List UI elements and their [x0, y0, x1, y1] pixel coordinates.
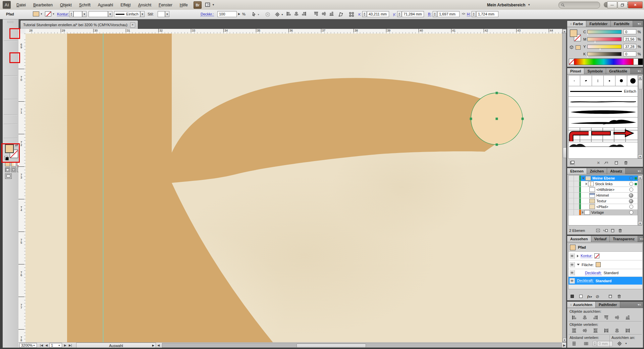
select-similar-button[interactable]: ▼: [250, 11, 262, 18]
next-page-button[interactable]: ▶: [64, 344, 66, 347]
tab-farbhilfe[interactable]: Farbhilfe: [611, 21, 633, 27]
artboard-tool[interactable]: [6, 125, 12, 131]
spectrum-black-swatch[interactable]: [638, 58, 643, 65]
hscroll-right-arrow[interactable]: ▶: [563, 344, 566, 347]
layer-row[interactable]: Stock links: [569, 181, 638, 187]
align-top-button[interactable]: [313, 11, 319, 16]
canvas-vscrollbar[interactable]: ▲ ▼: [562, 29, 566, 342]
align-right-button[interactable]: [301, 11, 307, 16]
delete-brush-icon[interactable]: [622, 160, 630, 166]
opacity-input[interactable]: 100: [217, 11, 237, 17]
appearance-row-kontur[interactable]: Kontur:: [569, 252, 642, 260]
layer-row[interactable]: Textur: [569, 198, 638, 204]
horizontal-space-button[interactable]: [581, 340, 591, 347]
layer-row[interactable]: <Hilfslinie>: [569, 187, 638, 193]
layer-lock-empty[interactable]: [574, 181, 579, 187]
target-sphere-icon[interactable]: [629, 199, 633, 203]
tab-pinsel[interactable]: Pinsel: [567, 68, 584, 74]
eye-icon[interactable]: [570, 270, 575, 276]
align-bottom-edges-button[interactable]: [622, 314, 633, 321]
last-page-button[interactable]: ▶|: [69, 344, 72, 347]
tab-farbe[interactable]: ↕Farbe: [567, 21, 586, 27]
draw-behind-button[interactable]: [11, 167, 16, 172]
channel-slider[interactable]: [587, 45, 622, 49]
distribute-hcenter-button[interactable]: [611, 327, 622, 334]
first-page-button[interactable]: |◀: [40, 344, 43, 347]
slider-handle[interactable]: [586, 55, 589, 57]
layer-name[interactable]: Stock links: [595, 182, 613, 186]
spectrum-ramp[interactable]: [574, 58, 634, 65]
distribute-right-button[interactable]: [622, 327, 633, 334]
brush-calligraphic-5[interactable]: [615, 76, 627, 86]
blob-brush-tool[interactable]: [6, 69, 12, 74]
ruler-vertical[interactable]: 69707172737475767778: [18, 34, 26, 342]
workspace-switcher[interactable]: Mein Arbeitsbereich ▼: [487, 0, 530, 10]
flaeche-swatch[interactable]: [596, 262, 601, 267]
delete-layer-icon[interactable]: [616, 228, 624, 234]
align-right-edges-button[interactable]: [590, 314, 601, 321]
channel-value-input[interactable]: 0: [624, 51, 636, 56]
symbol-sprayer-tool[interactable]: [6, 116, 12, 121]
layer-lock-icon[interactable]: [574, 187, 579, 192]
brush-decorative-partial[interactable]: [569, 142, 638, 156]
prev-page-button[interactable]: ◀: [45, 344, 48, 347]
menu-objekt[interactable]: Objekt: [56, 0, 75, 10]
page-number-select[interactable]: 1▼: [49, 343, 62, 348]
align-left-button[interactable]: [286, 11, 291, 16]
new-fill-icon[interactable]: [579, 294, 583, 299]
brush-feather[interactable]: [569, 117, 638, 128]
web-color-swatch[interactable]: [576, 45, 581, 50]
aussehen-panel-menu-icon[interactable]: ▾≡: [638, 236, 644, 242]
width-profile-dropdown[interactable]: ▼: [89, 11, 112, 17]
ebenen-panel-menu-icon[interactable]: ▾≡: [636, 168, 643, 174]
farbe-fill-stroke-proxy[interactable]: [570, 30, 582, 42]
rotate-tool[interactable]: [6, 77, 12, 83]
farbe-panel-menu-icon[interactable]: ▾≡: [636, 21, 643, 27]
canvas-hscrollbar-thumb[interactable]: [297, 344, 366, 348]
b-label[interactable]: B:: [428, 12, 431, 16]
layer-visibility-icon[interactable]: [569, 198, 574, 204]
align-h-centers-button[interactable]: [579, 314, 590, 321]
deckkraft-link-selected[interactable]: Deckkraft:: [577, 279, 594, 283]
align-to-dropdown[interactable]: ▼: [614, 340, 627, 347]
brush-tapered[interactable]: [569, 107, 638, 117]
vertical-space-button[interactable]: [569, 340, 579, 347]
make-clipping-mask-icon[interactable]: [594, 228, 602, 234]
layer-lock-icon[interactable]: [574, 198, 579, 204]
fill-color-dropdown[interactable]: ▼: [33, 11, 43, 16]
magic-wand-tool[interactable]: [6, 42, 12, 48]
layer-name[interactable]: Meine Ebene: [592, 176, 615, 180]
layer-thumbnail[interactable]: [589, 204, 595, 209]
stroke-weight-stepper[interactable]: ▲▼: [69, 11, 73, 17]
tab-absatz[interactable]: Absatz: [607, 168, 626, 174]
ausrichten-panel-menu-icon[interactable]: ▾≡: [636, 302, 643, 308]
shape-builder-tool[interactable]: [6, 89, 12, 95]
paintbrush-tool[interactable]: [6, 63, 12, 68]
stroke-color-dropdown[interactable]: ▼: [45, 11, 55, 16]
layer-row[interactable]: Meine Ebene: [569, 176, 638, 181]
color-spectrum[interactable]: [569, 59, 643, 65]
tab-aussehen[interactable]: Aussehen: [567, 236, 591, 242]
target-ring-icon[interactable]: [629, 176, 633, 180]
bridge-button[interactable]: Br: [194, 1, 202, 9]
align-center-button[interactable]: [293, 11, 299, 16]
restore-button[interactable]: [618, 1, 628, 8]
channel-slider[interactable]: [587, 52, 622, 56]
mesh-tool[interactable]: [6, 100, 12, 106]
pinsel-panel-menu-icon[interactable]: ▾≡: [636, 68, 643, 74]
expand-triangle-icon[interactable]: [577, 255, 579, 257]
duplicate-item-icon[interactable]: [608, 294, 613, 299]
close-button[interactable]: ✕: [628, 1, 643, 8]
distribute-vcenter-button[interactable]: [579, 327, 590, 334]
clear-appearance-icon[interactable]: ⊘: [596, 294, 599, 299]
kontur-none-swatch[interactable]: [594, 253, 599, 258]
layer-thumbnail[interactable]: [584, 210, 590, 215]
appearance-row-flaeche[interactable]: Fläche:: [569, 260, 642, 269]
arrange-documents-button[interactable]: ▼: [205, 1, 215, 8]
minimize-button[interactable]: —: [607, 1, 617, 8]
collapse-triangle-icon[interactable]: [577, 264, 580, 265]
spectrum-white-swatch[interactable]: [634, 58, 638, 65]
brush-einfach[interactable]: Einfach: [569, 86, 638, 97]
new-brush-icon[interactable]: [613, 160, 620, 166]
transform-panel-button[interactable]: [347, 11, 356, 18]
